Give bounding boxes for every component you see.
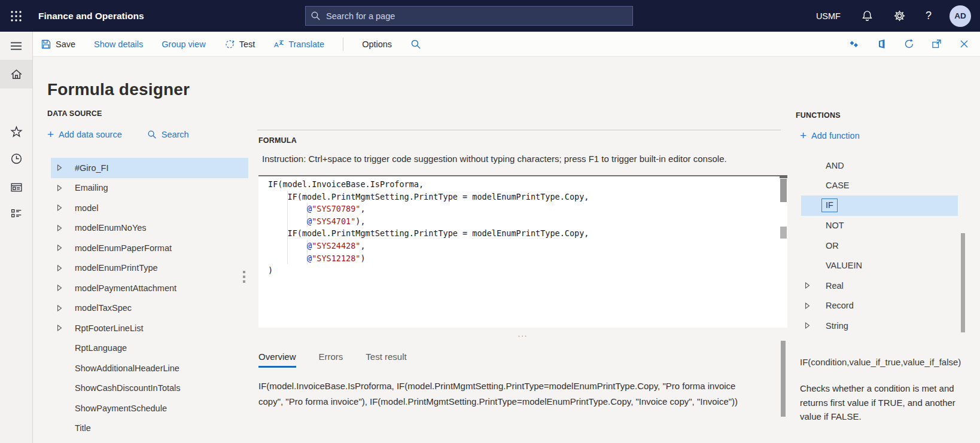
expand-chevron-icon[interactable]: [51, 164, 75, 171]
data-source-item[interactable]: ShowPaymentSchedule: [51, 398, 248, 418]
code-content: IF(model.InvoiceBase.IsProforma, IF(mode…: [258, 176, 787, 277]
data-source-item[interactable]: modelPaymentAttachment: [51, 278, 248, 298]
function-item-label: String: [826, 321, 848, 331]
office-icon[interactable]: [876, 38, 887, 50]
favorites-star-icon[interactable]: [0, 125, 32, 139]
function-item-label: Record: [826, 301, 854, 310]
code-line: ): [268, 264, 787, 277]
data-source-item[interactable]: ShowAdditionalHeaderLine: [51, 358, 248, 378]
company-picker[interactable]: USMF: [816, 11, 841, 21]
action-search-button[interactable]: [410, 39, 421, 50]
options-button[interactable]: Options: [362, 39, 392, 49]
data-source-item[interactable]: modelEnumPrintType: [51, 258, 248, 279]
results-scrollbar[interactable]: [781, 335, 786, 424]
data-source-item[interactable]: modelEnumNoYes: [51, 218, 248, 239]
functions-scrollbar[interactable]: [961, 155, 965, 347]
function-item[interactable]: Record: [801, 296, 958, 316]
test-button[interactable]: Test: [224, 39, 255, 50]
action-bar: Save Show details Group view Test A: [33, 32, 980, 57]
function-item[interactable]: IF: [801, 195, 958, 216]
code-line: IF(model.PrintMgmtSetting.PrintType = mo…: [268, 227, 787, 240]
data-source-item-label: model: [75, 203, 99, 213]
test-refresh-icon: [224, 39, 235, 50]
open-in-new-window-icon[interactable]: [931, 38, 942, 50]
expand-chevron-icon[interactable]: [51, 285, 75, 291]
refresh-icon[interactable]: [903, 38, 915, 50]
help-icon[interactable]: ?: [926, 10, 932, 22]
tab-errors[interactable]: Errors: [319, 352, 343, 368]
navbar-search-box[interactable]: [305, 6, 633, 26]
code-line: @"SYS12128"): [268, 252, 787, 265]
function-item[interactable]: CASE: [801, 176, 958, 196]
editor-scrollbar-thumb[interactable]: [780, 179, 787, 202]
expand-chevron-icon[interactable]: [801, 322, 826, 329]
modules-list-icon[interactable]: [0, 207, 32, 221]
data-source-item[interactable]: RptLanguage: [51, 338, 248, 359]
data-source-item[interactable]: ShowCashDiscountInTotals: [51, 378, 248, 399]
data-source-item-label: modelPaymentAttachment: [75, 283, 176, 293]
expand-chevron-icon[interactable]: [51, 305, 75, 311]
data-source-item[interactable]: Emailing: [51, 178, 248, 198]
home-icon[interactable]: [0, 68, 32, 81]
function-item[interactable]: NOT: [801, 216, 958, 236]
data-source-item[interactable]: Title: [51, 418, 248, 439]
expand-chevron-icon[interactable]: [51, 245, 75, 251]
data-source-item-label: ShowAdditionalHeaderLine: [75, 363, 179, 373]
settings-gear-icon[interactable]: [893, 10, 906, 22]
hamburger-menu-icon[interactable]: [0, 39, 32, 53]
action-bar-separator: [343, 38, 343, 51]
function-item[interactable]: OR: [801, 236, 958, 256]
expand-chevron-icon[interactable]: [801, 303, 826, 309]
notifications-bell-icon[interactable]: [861, 10, 874, 22]
data-source-item[interactable]: #Giro_FI: [51, 158, 248, 178]
recent-clock-icon[interactable]: [0, 152, 32, 166]
options-label: Options: [362, 39, 392, 49]
formula-section-divider: [257, 130, 781, 130]
close-icon[interactable]: [958, 38, 970, 50]
tab-overview[interactable]: Overview: [258, 352, 296, 368]
data-source-item[interactable]: modelTaxSpec: [51, 298, 248, 319]
data-source-item[interactable]: model: [51, 198, 248, 218]
functions-scrollbar-thumb[interactable]: [961, 233, 965, 332]
expand-chevron-icon[interactable]: [51, 225, 75, 231]
code-line: @"SYS4701"),: [268, 215, 787, 228]
function-item[interactable]: VALUEIN: [801, 256, 958, 276]
function-item-label: NOT: [826, 221, 844, 230]
expand-chevron-icon[interactable]: [51, 185, 75, 191]
panel-splitter-handle[interactable]: [242, 271, 246, 288]
functions-heading: FUNCTIONS: [796, 111, 841, 120]
code-line: IF(model.InvoiceBase.IsProforma,: [268, 178, 787, 191]
data-source-item[interactable]: RptFooterLineList: [51, 318, 248, 338]
expand-chevron-icon[interactable]: [801, 282, 826, 289]
data-source-item-label: Title: [75, 423, 91, 433]
save-icon: [41, 39, 51, 50]
results-scrollbar-thumb[interactable]: [781, 341, 786, 417]
data-source-item[interactable]: modelEnumPaperFormat: [51, 238, 248, 258]
function-signature: IF(condition,value_if_true,value_if_fals…: [800, 357, 961, 367]
search-icon: [311, 11, 321, 21]
editor-scrollbar[interactable]: [780, 175, 787, 328]
save-button[interactable]: Save: [41, 39, 75, 50]
app-launcher-icon[interactable]: [10, 10, 23, 23]
user-avatar[interactable]: AD: [949, 5, 971, 27]
data-source-search-button[interactable]: Search: [147, 130, 189, 139]
translate-button[interactable]: A Translate: [273, 39, 324, 50]
horizontal-splitter-dots[interactable]: ...: [258, 330, 787, 338]
data-source-item-label: Emailing: [75, 183, 108, 193]
group-view-button[interactable]: Group view: [162, 39, 205, 49]
function-item[interactable]: AND: [801, 155, 958, 176]
workspace-window-icon[interactable]: [0, 181, 32, 194]
formula-code-editor[interactable]: IF(model.InvoiceBase.IsProforma, IF(mode…: [258, 175, 787, 328]
diamond-pair-icon[interactable]: [848, 38, 860, 50]
action-bar-left: Save Show details Group view Test A: [33, 38, 421, 51]
expand-chevron-icon[interactable]: [51, 265, 75, 271]
tab-test-result[interactable]: Test result: [366, 352, 406, 368]
function-item[interactable]: String: [801, 316, 958, 336]
show-details-button[interactable]: Show details: [94, 39, 143, 49]
function-item[interactable]: Real: [801, 276, 958, 296]
add-data-source-button[interactable]: + Add data source: [47, 130, 122, 139]
expand-chevron-icon[interactable]: [51, 325, 75, 331]
add-function-button[interactable]: + Add function: [800, 131, 860, 140]
navbar-search-input[interactable]: [326, 11, 628, 21]
expand-chevron-icon[interactable]: [51, 204, 75, 211]
